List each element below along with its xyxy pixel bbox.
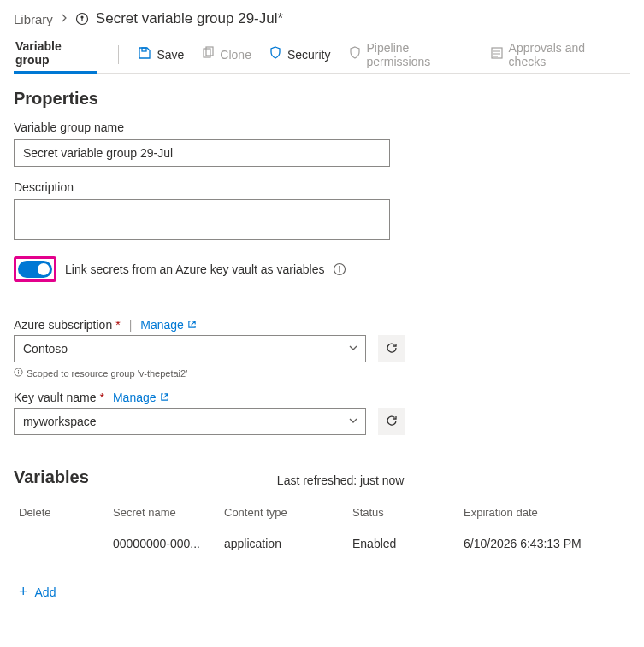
svg-point-8 (340, 266, 341, 268)
approvals-checks-label: Approvals and checks (509, 41, 622, 68)
manage-keyvault-link[interactable]: Manage (113, 391, 169, 404)
external-link-icon (160, 391, 169, 404)
add-button[interactable]: + Add (14, 579, 630, 604)
refresh-subscription-button[interactable] (378, 335, 405, 362)
clone-button: Clone (192, 36, 260, 74)
svg-point-11 (18, 370, 19, 371)
link-kv-toggle-highlight (14, 256, 56, 282)
toolbar-divider (118, 45, 119, 64)
azure-subscription-select[interactable]: Contoso (14, 335, 366, 362)
info-small-icon (14, 368, 23, 379)
col-delete: Delete (14, 499, 108, 526)
chevron-right-icon (60, 13, 68, 25)
link-kv-label: Link secrets from an Azure key vault as … (65, 262, 324, 276)
plus-icon: + (19, 583, 28, 601)
cell-status: Enabled (347, 526, 458, 562)
variable-group-name-input[interactable] (14, 139, 390, 167)
tab-variable-group[interactable]: Variable group (14, 36, 97, 74)
cell-expiration: 6/10/2026 6:43:13 PM (458, 526, 595, 562)
shield-outline-icon (348, 46, 362, 62)
label-divider: | (129, 318, 133, 332)
manage-subscription-label: Manage (140, 318, 184, 332)
keyvault-icon (75, 12, 89, 26)
svg-rect-12 (18, 372, 19, 374)
required-indicator: * (115, 318, 120, 332)
keyvault-name-value: myworkspace (23, 415, 97, 428)
svg-rect-9 (340, 268, 340, 273)
pipeline-permissions-button: Pipeline permissions (340, 36, 482, 74)
info-icon[interactable] (333, 262, 346, 276)
cell-secret-name: 00000000-000... (108, 526, 219, 562)
checklist-icon (490, 46, 504, 62)
link-kv-toggle[interactable] (18, 261, 52, 278)
azure-subscription-value: Contoso (23, 342, 68, 356)
variables-heading: Variables (14, 468, 89, 487)
properties-heading: Properties (14, 89, 630, 109)
variable-group-name-label: Variable group name (14, 121, 630, 134)
clone-icon (201, 46, 215, 62)
manage-subscription-link[interactable]: Manage (140, 318, 197, 332)
security-label: Security (287, 48, 331, 62)
manage-keyvault-label: Manage (113, 391, 157, 404)
description-label: Description (14, 180, 630, 194)
scope-note-text: Scoped to resource group 'v-thepetai2' (27, 368, 187, 379)
col-expiration: Expiration date (458, 499, 595, 526)
table-row[interactable]: 00000000-000... application Enabled 6/10… (14, 526, 595, 562)
col-secret-name: Secret name (108, 499, 219, 526)
shield-icon (269, 46, 282, 62)
approvals-checks-button: Approvals and checks (482, 36, 630, 74)
refresh-icon (385, 414, 399, 430)
refresh-keyvault-button[interactable] (378, 408, 405, 435)
variables-table: Delete Secret name Content type Status E… (14, 499, 595, 561)
chevron-down-icon (348, 415, 358, 428)
external-link-icon (187, 318, 197, 332)
keyvault-name-label: Key vault name (14, 391, 97, 404)
col-status: Status (347, 499, 458, 526)
svg-rect-3 (142, 48, 146, 51)
last-refreshed-text: Last refreshed: just now (277, 473, 405, 487)
security-button[interactable]: Security (260, 36, 340, 74)
keyvault-name-select[interactable]: myworkspace (14, 408, 366, 435)
pipeline-permissions-label: Pipeline permissions (367, 41, 473, 68)
add-label: Add (35, 585, 56, 599)
save-label: Save (157, 48, 184, 62)
svg-rect-2 (81, 18, 82, 21)
tab-bar: Variable group Save Clone Security Pipel… (14, 36, 630, 74)
save-icon (138, 46, 151, 62)
clone-label: Clone (220, 48, 251, 62)
refresh-icon (385, 341, 399, 357)
page-title: Secret variable group 29-Jul* (96, 10, 283, 27)
cell-content-type: application (219, 526, 347, 562)
breadcrumb-library-link[interactable]: Library (14, 12, 53, 26)
chevron-down-icon (348, 342, 358, 356)
description-textarea[interactable] (14, 199, 390, 240)
required-indicator: * (100, 391, 104, 404)
azure-subscription-label: Azure subscription (14, 318, 112, 332)
save-button[interactable]: Save (129, 36, 192, 74)
breadcrumb: Library Secret variable group 29-Jul* (14, 10, 630, 27)
col-content-type: Content type (219, 499, 347, 526)
